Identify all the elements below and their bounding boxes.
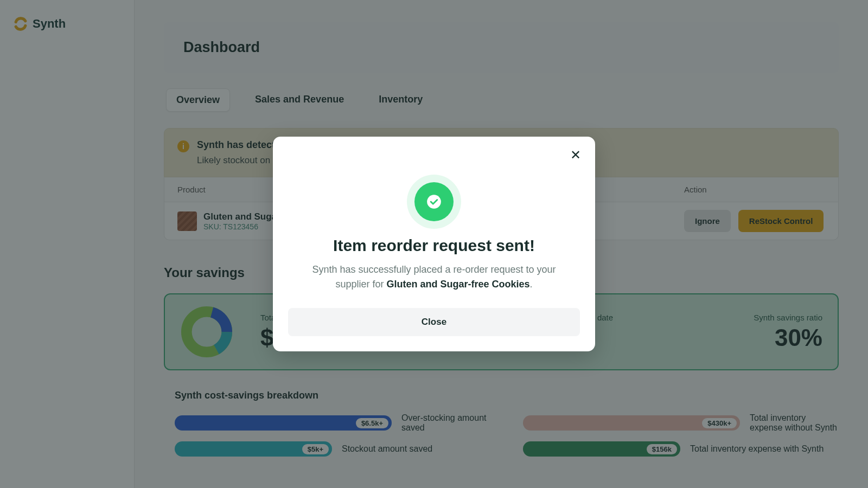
modal-text: Synth has successfully placed a re-order… — [288, 262, 580, 292]
close-button[interactable]: Close — [288, 308, 580, 336]
svg-point-3 — [427, 195, 441, 209]
modal-title: Item reorder request sent! — [288, 236, 580, 255]
close-icon[interactable]: ✕ — [570, 149, 581, 162]
modal-overlay: ✕ Item reorder request sent! Synth has s… — [0, 0, 868, 488]
modal-reorder-success: ✕ Item reorder request sent! Synth has s… — [273, 137, 595, 351]
success-check-icon — [414, 182, 454, 221]
